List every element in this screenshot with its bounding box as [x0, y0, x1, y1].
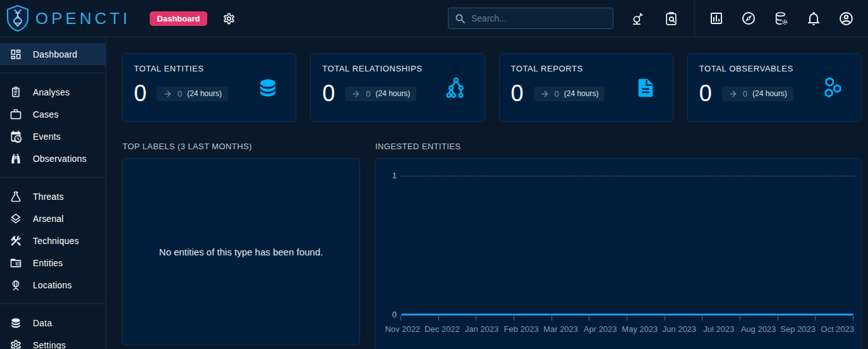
x-axis-label: Oct 2023 — [817, 324, 857, 334]
sidebar-item-label: Cases — [33, 109, 59, 119]
sidebar-item-label: Settings — [33, 340, 66, 349]
delta-value: 0 — [743, 89, 747, 99]
sidebar-item-label: Data — [33, 318, 52, 328]
top-labels-widget: TOP LABELS (3 LAST MONTHS) No entities o… — [122, 142, 360, 349]
x-axis-label: Mar 2023 — [541, 324, 581, 334]
gear-icon[interactable] — [221, 12, 237, 25]
database-icon — [9, 317, 22, 329]
logo-text: OPENCTI — [35, 9, 131, 28]
opencti-shield-logo-icon — [5, 4, 30, 32]
stat-card-title: TOTAL RELATIONSHIPS — [322, 64, 473, 73]
sidebar-divider — [0, 177, 105, 178]
opencti-logo[interactable]: OPENCTI — [5, 4, 131, 32]
sidebar-item-entities[interactable]: Entities — [0, 252, 105, 274]
sidebar-item-arsenal[interactable]: Arsenal — [0, 207, 105, 230]
arrow-right-icon — [728, 89, 738, 99]
sidebar-item-observations[interactable]: Observations — [0, 147, 105, 169]
sidebar-item-label: Locations — [33, 280, 72, 290]
sidebar-item-cases[interactable]: Cases — [0, 103, 105, 125]
x-axis-ticks — [401, 316, 853, 321]
sidebar-item-label: Observations — [33, 154, 87, 164]
x-axis-labels: Nov 2022 Dec 2022 Jan 2023 Feb 2023 Mar … — [383, 324, 857, 334]
bulk-search-icon[interactable] — [662, 11, 680, 27]
sidebar-item-label: Dashboard — [33, 49, 77, 59]
gridline — [401, 176, 855, 176]
y-axis-tick-0: 0 — [382, 310, 397, 319]
database-icon — [256, 77, 279, 99]
globe-icon — [9, 279, 22, 291]
sidebar-item-dashboard[interactable]: Dashboard — [0, 43, 105, 65]
stat-card-total-relationships: TOTAL RELATIONSHIPS 0 0 (24 hours) — [310, 53, 485, 122]
page-badge: Dashboard — [150, 11, 208, 26]
graph-icon — [444, 76, 468, 100]
stat-card-value: 0 — [511, 82, 524, 105]
sidebar-item-label: Events — [33, 132, 61, 142]
delta-value: 0 — [178, 89, 182, 99]
sidebar-divider — [0, 73, 105, 73]
briefcase-icon — [9, 108, 22, 121]
x-axis-label: Jul 2023 — [699, 324, 739, 334]
topbar-divider — [694, 0, 695, 37]
arrow-right-icon — [163, 89, 172, 99]
delta-chip: 0 (24 hours) — [722, 87, 793, 101]
stat-card-value: 0 — [699, 82, 712, 105]
sidebar-item-label: Analyses — [33, 87, 69, 97]
delta-period: (24 hours) — [564, 89, 599, 98]
delta-value: 0 — [366, 89, 370, 99]
sidebar-item-settings[interactable]: Settings — [0, 334, 105, 349]
delta-value: 0 — [555, 89, 559, 99]
delta-chip: 0 (24 hours) — [157, 87, 228, 101]
x-axis-label: Sep 2023 — [778, 324, 818, 334]
sidebar-item-label: Techniques — [33, 236, 79, 246]
ingested-entities-chart: 1 0 Nov 2022 Dec 2022 Jan 2023 Feb 2023 … — [375, 158, 862, 349]
sidebar-item-techniques[interactable]: Techniques — [0, 230, 105, 252]
compass-icon[interactable] — [740, 11, 757, 26]
top-labels-panel: No entities of this type has been found. — [122, 158, 360, 345]
stat-card-value: 0 — [134, 82, 147, 105]
calendar-clock-icon — [9, 130, 22, 143]
search-input[interactable] — [449, 8, 613, 28]
sidebar-item-locations[interactable]: Locations — [0, 274, 105, 296]
clipboard-text-icon — [9, 86, 22, 99]
topbar: OPENCTI Dashboard — [0, 0, 868, 37]
account-circle-icon[interactable] — [837, 11, 855, 27]
x-axis-label: Aug 2023 — [738, 324, 778, 334]
delta-period: (24 hours) — [752, 89, 787, 98]
stat-card-title: TOTAL REPORTS — [511, 64, 661, 73]
bell-icon[interactable] — [805, 11, 823, 26]
tools-icon — [9, 235, 22, 247]
stat-card-title: TOTAL ENTITIES — [134, 64, 284, 73]
stat-card-total-entities: TOTAL ENTITIES 0 0 (24 hours) — [122, 53, 296, 122]
sidebar-item-analyses[interactable]: Analyses — [0, 81, 105, 103]
empty-message: No entities of this type has been found. — [159, 247, 323, 257]
sidebar: Dashboard Analyses Cases Events Observat… — [0, 37, 106, 349]
delta-period: (24 hours) — [376, 89, 411, 98]
stat-card-total-observables: TOTAL OBSERVABLES 0 0 (24 hours) — [687, 53, 862, 122]
sidebar-item-events[interactable]: Events — [0, 125, 105, 147]
delta-chip: 0 (24 hours) — [345, 87, 416, 101]
stat-cards-row: TOTAL ENTITIES 0 0 (24 hours) TOTAL RELA… — [122, 53, 862, 122]
stat-card-total-reports: TOTAL REPORTS 0 0 (24 hours) — [499, 53, 673, 122]
x-axis-label: Jun 2023 — [660, 324, 699, 334]
ingested-entities-widget: INGESTED ENTITIES 1 0 Nov 2022 Dec 2022 … — [375, 142, 862, 349]
x-axis-label: Dec 2022 — [423, 324, 462, 334]
layers-icon — [9, 212, 22, 225]
hexagons-icon — [821, 76, 845, 100]
file-document-icon — [635, 77, 656, 99]
chart-box-icon[interactable] — [708, 11, 725, 26]
widget-title: TOP LABELS (3 LAST MONTHS) — [123, 142, 360, 151]
x-axis-label: Apr 2023 — [581, 324, 620, 334]
folder-icon — [9, 257, 22, 269]
research-icon[interactable] — [629, 11, 647, 27]
main-content: TOTAL ENTITIES 0 0 (24 hours) TOTAL RELA… — [107, 37, 868, 349]
sidebar-item-label: Arsenal — [33, 214, 64, 224]
search-box — [448, 8, 613, 29]
dashboard-icon — [9, 48, 22, 61]
sidebar-item-data[interactable]: Data — [0, 312, 105, 334]
sidebar-item-threats[interactable]: Threats — [0, 185, 105, 207]
arrow-right-icon — [540, 89, 550, 99]
delta-chip: 0 (24 hours) — [534, 87, 605, 101]
chart-series-line — [401, 314, 853, 315]
database-gear-icon[interactable] — [772, 11, 790, 27]
x-axis-label: Nov 2022 — [383, 324, 423, 334]
